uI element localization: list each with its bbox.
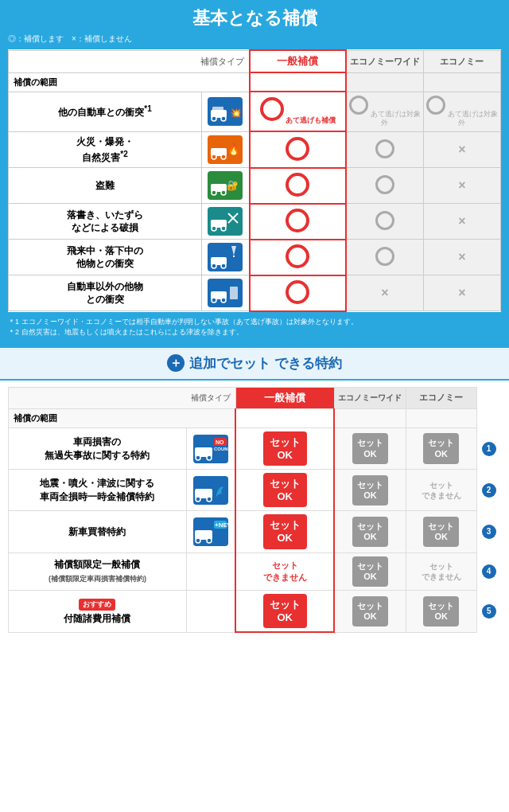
bottom-col-header-type: 補償タイプ	[9, 387, 236, 408]
mid-section: ＋ 追加でセット できる特約	[0, 346, 509, 381]
row-general: セットOK	[235, 590, 334, 632]
bottom-col-header-eco: エコノミー	[406, 387, 477, 408]
bottom-col-eco-empty	[406, 408, 477, 427]
bottom-col-range-label: 補償の範囲	[9, 408, 236, 427]
theft-icon: 🔐	[208, 171, 243, 200]
number-col: 5	[477, 590, 501, 632]
earthquake-icon	[193, 476, 228, 505]
x-mark: ×	[458, 178, 465, 192]
set-ok-gray-button: セットOK	[352, 475, 388, 506]
svg-point-37	[196, 538, 200, 543]
set-ok-gray-button: セットOK	[352, 433, 388, 463]
special-gray-text-eco: あて逃げは対象外	[425, 96, 499, 128]
svg-point-29	[207, 455, 212, 460]
row-icon: NO COUNT	[186, 427, 235, 469]
col-header-eco-wide: エコノミーワイド	[346, 50, 423, 72]
row-eco: セットOK	[406, 511, 477, 552]
number-badge-5: 5	[482, 604, 496, 619]
number-col: 3	[477, 511, 501, 552]
row-icon: 🔥	[201, 131, 249, 168]
row-eco-wide: セットOK	[334, 511, 406, 552]
cannot-text-gray: セットできません	[408, 561, 476, 582]
bottom-col-eco-wide-empty	[334, 408, 406, 427]
falling-icon	[208, 243, 243, 271]
set-ok-button: セットOK	[263, 594, 307, 628]
row-label: 補償額限定一般補償 (補償額限定車両損害補償特約)	[9, 552, 187, 590]
number-col-empty	[477, 408, 501, 427]
set-ok-button: セットOK	[263, 431, 307, 466]
row-eco-wide	[346, 168, 423, 204]
svg-point-10	[212, 190, 216, 195]
set-ok-gray-button: セットOK	[423, 433, 459, 463]
set-ok-button: セットOK	[263, 514, 307, 548]
top-section: 基本となる補償 ◎：補償します ×：補償しません 補償タイプ 一般補償 エコノミ…	[0, 0, 509, 346]
table-row: 他の自動車との衝突*1 💥	[9, 92, 501, 131]
row-label: 他の自動車との衝突*1	[9, 92, 202, 131]
car-collision-icon: 💥	[208, 97, 243, 126]
table-row: 飛来中・落下中の他物との衝突 ×	[9, 240, 501, 275]
svg-text:NO: NO	[216, 439, 224, 445]
row-eco: ×	[423, 240, 500, 275]
row-eco: セットできません	[406, 470, 477, 511]
col-header-eco: エコノミー	[423, 50, 500, 72]
svg-text:🔥: 🔥	[227, 142, 241, 156]
row-label: おすすめ 付随諸費用補償	[9, 590, 187, 632]
number-badge-1: 1	[482, 442, 496, 456]
svg-point-14	[212, 226, 216, 231]
row-icon: 🔐	[201, 168, 249, 204]
col-header-general: 一般補償	[250, 50, 346, 72]
top-table: 補償タイプ 一般補償 エコノミーワイド エコノミー 補償の範囲 他の自動車との衝…	[8, 49, 501, 312]
row-eco: セットできません	[406, 552, 477, 590]
row-eco-wide	[346, 204, 423, 240]
svg-point-11	[221, 190, 226, 195]
table-row: 車両損害の無過失事故に関する特約 NO COUNT	[9, 427, 501, 469]
svg-text:+NEW: +NEW	[215, 521, 228, 529]
special-gray-text: あて逃げは対象外	[348, 96, 422, 128]
set-ok-gray-button: セットOK	[352, 556, 388, 587]
col-eco-wide-empty	[346, 72, 423, 92]
footnote-2: ＊2 自然災害は、地震もしくは噴火またはこれらによる津波を除きます。	[8, 327, 501, 338]
table-row: 地震・噴火・津波に関する車両全損時一時金補償特約 セットOK	[9, 470, 501, 511]
svg-point-19	[212, 264, 216, 268]
row-general: セットOK	[235, 511, 334, 552]
row-eco: ×	[423, 168, 500, 204]
svg-point-28	[196, 455, 200, 460]
row-label: 火災・爆発・自然災害*2	[9, 131, 202, 168]
row-eco-wide: あて逃げは対象外	[346, 92, 423, 131]
row-general: あて逃げも補償	[250, 92, 346, 131]
set-ok-button: セットOK	[263, 473, 307, 507]
row-icon	[186, 552, 235, 590]
svg-point-15	[221, 226, 226, 231]
mid-title: 追加でセット できる特約	[189, 354, 342, 373]
table-row: おすすめ 付随諸費用補償 セットOK セットOK セットOK 5	[9, 590, 501, 632]
svg-text:🔐: 🔐	[227, 179, 239, 191]
table-row: 新車買替特約 +NEW セットOK	[9, 511, 501, 552]
row-label: 車両損害の無過失事故に関する特約	[9, 427, 187, 469]
set-ok-gray-button: セットOK	[352, 517, 388, 547]
footnote-1: ＊1 エコノミーワイド・エコノミーでは相手自動車が判明しない事故（あて逃げ事故）…	[8, 317, 501, 328]
bottom-col-header-eco-wide: エコノミーワイド	[334, 387, 406, 408]
fire-icon: 🔥	[208, 135, 243, 164]
row-general	[250, 168, 346, 204]
table-row: 補償額限定一般補償 (補償額限定車両損害補償特約) セットできません セットOK…	[9, 552, 501, 590]
svg-point-3	[221, 116, 226, 121]
col-general-empty	[250, 72, 346, 92]
col-eco-empty	[423, 72, 500, 92]
svg-point-34	[196, 497, 200, 502]
row-general: セットOK	[235, 427, 334, 469]
table-row: 火災・爆発・自然災害*2 🔥 ×	[9, 131, 501, 168]
row-icon	[201, 240, 249, 275]
svg-point-6	[212, 154, 216, 159]
row-general: セットOK	[235, 470, 334, 511]
footnotes: ＊1 エコノミーワイド・エコノミーでは相手自動車が判明しない事故（あて逃げ事故）…	[8, 317, 501, 338]
number-badge-2: 2	[482, 483, 496, 498]
x-mark: ×	[458, 286, 465, 299]
new-car-icon: +NEW	[193, 517, 228, 546]
main-title: 基本となる補償	[8, 6, 501, 30]
row-general: セットできません	[235, 552, 334, 590]
bottom-section: 補償タイプ 一般補償 エコノミーワイド エコノミー 補償の範囲 車両損害の無過失…	[0, 381, 509, 641]
row-label: 落書き、いたずらなどによる破損	[9, 204, 202, 240]
cannot-red-text: セットできません	[238, 560, 332, 583]
object-collision-icon	[208, 279, 243, 307]
row-icon	[201, 275, 249, 311]
